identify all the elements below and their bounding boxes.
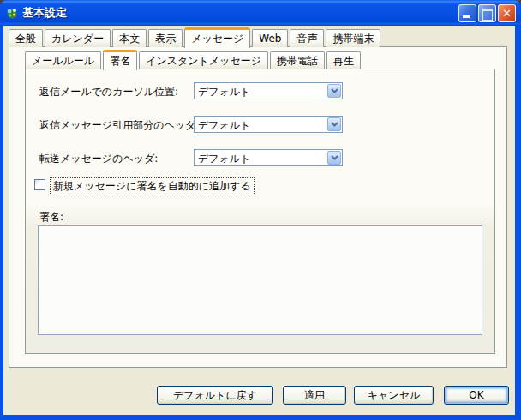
chevron-down-icon[interactable] — [327, 84, 341, 98]
window-title: 基本設定 — [22, 5, 458, 21]
ok-button[interactable]: OK — [444, 386, 509, 405]
restore-defaults-button[interactable]: デフォルトに戻す — [157, 386, 273, 405]
cancel-button[interactable]: キャンセル — [354, 386, 434, 405]
tab-message[interactable]: メッセージ — [184, 27, 250, 48]
reply-quote-header-label: 返信メッセージ引用部分のヘッダ: — [39, 118, 199, 133]
secondary-tab-strip: メールルール 署名 インスタントメッセージ 携帯電話 再生 — [25, 49, 362, 69]
forward-header-label: 転送メッセージのヘッダ: — [39, 152, 158, 166]
chevron-down-icon[interactable] — [327, 151, 341, 165]
tab-web[interactable]: Web — [252, 29, 288, 47]
tab-signature[interactable]: 署名 — [103, 50, 137, 70]
primary-tab-strip: 全般 カレンダー 本文 表示 メッセージ Web 音声 携帯端末 — [9, 27, 382, 47]
tab-body-text[interactable]: 本文 — [112, 29, 147, 47]
reply-cursor-position-value: デフォルト — [198, 85, 250, 99]
tab-mail-rules[interactable]: メールルール — [25, 51, 101, 69]
auto-signature-checkbox[interactable] — [34, 179, 45, 190]
tab-calendar[interactable]: カレンダー — [45, 29, 111, 47]
tab-general[interactable]: 全般 — [9, 29, 43, 47]
tab-instant-message[interactable]: インスタントメッセージ — [139, 51, 268, 69]
reply-quote-header-value: デフォルト — [198, 118, 250, 133]
message-tab-panel: メールルール 署名 インスタントメッセージ 携帯電話 再生 返信メールでのカーソ… — [9, 46, 507, 368]
preferences-window: 基本設定 ✕ 全般 カレンダー 本文 表示 メッセージ Web 音声 携帯端末 … — [0, 0, 521, 420]
close-button[interactable]: ✕ — [498, 4, 516, 22]
signature-tab-panel: 返信メールでのカーソル位置: デフォルト 返信メッセージ引用部分のヘッダ: デフ… — [25, 69, 495, 354]
close-icon: ✕ — [499, 6, 515, 21]
tab-mobile-phone[interactable]: 携帯電話 — [270, 51, 325, 69]
tab-display[interactable]: 表示 — [148, 29, 183, 47]
auto-signature-checkbox-label[interactable]: 新規メッセージに署名を自動的に追加する — [50, 177, 255, 195]
forward-header-value: デフォルト — [198, 152, 250, 166]
dialog-body: 全般 カレンダー 本文 表示 メッセージ Web 音声 携帯端末 メールルール … — [3, 26, 515, 415]
forward-header-select[interactable]: デフォルト — [194, 149, 343, 166]
titlebar-buttons: ✕ — [458, 4, 516, 22]
maximize-button[interactable] — [478, 4, 496, 22]
tab-playback[interactable]: 再生 — [326, 51, 361, 69]
chevron-down-icon[interactable] — [327, 117, 341, 131]
reply-quote-header-select[interactable]: デフォルト — [194, 116, 343, 133]
tab-mobile-device[interactable]: 携帯端末 — [326, 29, 380, 47]
signature-textarea[interactable] — [38, 225, 482, 335]
reply-cursor-position-label: 返信メールでのカーソル位置: — [39, 85, 178, 99]
signature-label: 署名: — [39, 210, 63, 225]
apply-button[interactable]: 適用 — [283, 386, 346, 405]
title-bar[interactable]: 基本設定 ✕ — [0, 0, 521, 26]
tab-audio[interactable]: 音声 — [290, 29, 324, 47]
minimize-button[interactable] — [458, 4, 476, 22]
reply-cursor-position-select[interactable]: デフォルト — [194, 82, 343, 99]
app-icon — [5, 6, 19, 20]
